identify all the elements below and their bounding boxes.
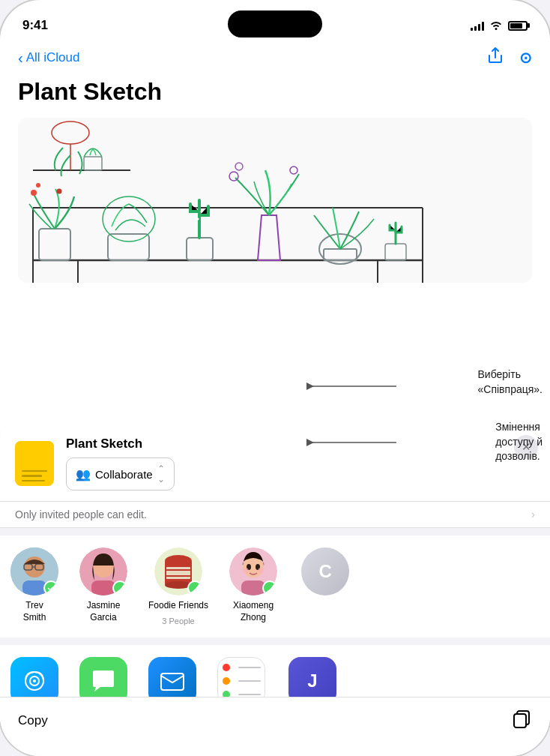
avatar-xiaomeng	[229, 548, 277, 596]
svg-rect-0	[18, 118, 532, 283]
chevron-updown-icon: ⌃⌄	[157, 464, 165, 484]
svg-rect-42	[166, 567, 190, 579]
phone-frame: 9:41 ‹ All iCloud	[0, 0, 550, 756]
share-sheet: Plant Sketch 👥 Collaborate ⌃⌄ ✕ Only inv…	[0, 423, 550, 756]
contact-jasmine[interactable]: JasmineGarcia	[69, 548, 138, 626]
svg-rect-53	[265, 584, 274, 592]
battery-fill	[510, 23, 522, 28]
back-label: All iCloud	[26, 50, 80, 65]
copy-button[interactable]: Copy	[18, 713, 48, 728]
back-chevron-icon: ‹	[18, 50, 23, 65]
battery-icon	[508, 21, 528, 31]
more-button[interactable]: ⊙	[519, 49, 532, 67]
avatar-jasmine	[79, 548, 127, 596]
svg-point-26	[57, 189, 62, 194]
copy-icon[interactable]	[511, 708, 532, 734]
contact-name-jasmine: JasmineGarcia	[87, 600, 121, 623]
svg-rect-62	[514, 714, 526, 728]
wifi-icon	[489, 20, 503, 32]
dynamic-island	[228, 10, 322, 38]
svg-point-16	[201, 211, 203, 213]
svg-point-24	[31, 190, 37, 196]
contact-xiaomeng[interactable]: XiaomengZhong	[219, 548, 288, 626]
svg-point-25	[36, 183, 40, 188]
reminder-line-1	[238, 667, 261, 668]
avatar-partial: C	[301, 548, 349, 596]
file-line-1	[22, 470, 47, 472]
nav-actions: ⊙	[486, 46, 532, 69]
signal-bar-4	[482, 22, 484, 31]
svg-rect-33	[46, 584, 55, 592]
contact-name-xiaomeng: XiaomengZhong	[233, 600, 274, 623]
svg-point-58	[223, 664, 230, 671]
share-header-info: Plant Sketch 👥 Collaborate ⌃⌄	[66, 436, 535, 490]
access-text: Only invited people can edit.	[15, 508, 531, 520]
file-lines	[22, 470, 47, 482]
svg-point-56	[33, 680, 36, 682]
jasmine-message-badge	[112, 580, 127, 596]
file-line-3	[22, 480, 45, 482]
share-file-name: Plant Sketch	[66, 436, 535, 452]
svg-rect-45	[190, 584, 199, 592]
nav-bar: ‹ All iCloud ⊙	[0, 40, 550, 75]
messages-svg	[88, 666, 118, 696]
contact-partial: C	[288, 548, 355, 626]
access-chevron-icon: ›	[531, 508, 535, 521]
contact-name-foodie: Foodie Friends	[148, 600, 208, 612]
file-line-2	[22, 475, 42, 477]
plant-sketch-svg	[18, 118, 532, 283]
trev-message-badge	[43, 580, 58, 596]
svg-point-50	[243, 568, 249, 574]
contact-trev[interactable]: TrevSmith	[0, 548, 69, 626]
status-time: 9:41	[22, 18, 48, 33]
avatar-foodie	[154, 548, 202, 596]
contact-sub-foodie: 3 People	[162, 616, 194, 626]
access-row[interactable]: Only invited people can edit. ›	[0, 502, 550, 528]
airdrop-svg	[19, 666, 49, 696]
svg-point-59	[223, 677, 230, 685]
contacts-row: TrevSmith	[0, 536, 550, 638]
bottom-bar: Copy	[0, 697, 550, 756]
foodie-message-badge	[187, 580, 202, 596]
xiaomeng-message-badge	[262, 580, 277, 596]
signal-bar-1	[471, 28, 473, 31]
share-button[interactable]	[486, 46, 504, 69]
collaborate-icon: 👥	[76, 467, 91, 482]
reminder-line-2	[238, 680, 261, 682]
annotation-arrow-collaborate	[306, 375, 411, 398]
collaborate-label: Collaborate	[95, 468, 153, 481]
svg-point-15	[196, 206, 198, 208]
back-button[interactable]: ‹ All iCloud	[18, 50, 79, 65]
signal-bar-2	[474, 26, 477, 31]
page-title: Plant Sketch	[18, 78, 532, 106]
sketch-canvas	[18, 118, 532, 283]
status-icons	[471, 20, 528, 32]
contact-foodie[interactable]: Foodie Friends 3 People	[138, 548, 219, 626]
annotation-text-collaborate: Виберіть«Співпраця».	[478, 368, 543, 397]
reminder-row-1	[222, 663, 261, 672]
svg-point-17	[197, 218, 199, 220]
signal-bar-3	[478, 24, 480, 31]
share-header: Plant Sketch 👥 Collaborate ⌃⌄ ✕	[0, 423, 550, 502]
reminder-line-3	[238, 694, 261, 695]
svg-marker-64	[306, 382, 314, 390]
svg-point-51	[258, 568, 264, 574]
signal-bars-icon	[471, 20, 484, 31]
avatar-trev	[10, 548, 58, 596]
collaborate-button[interactable]: 👥 Collaborate ⌃⌄	[66, 458, 175, 490]
close-icon: ✕	[522, 440, 531, 454]
mail-svg	[157, 666, 187, 696]
file-icon	[15, 441, 54, 486]
sketch-area	[0, 118, 550, 283]
contact-name-trev: TrevSmith	[23, 600, 46, 623]
reminder-row-2	[222, 676, 261, 686]
page-title-section: Plant Sketch	[0, 75, 550, 118]
svg-rect-37	[115, 584, 124, 592]
